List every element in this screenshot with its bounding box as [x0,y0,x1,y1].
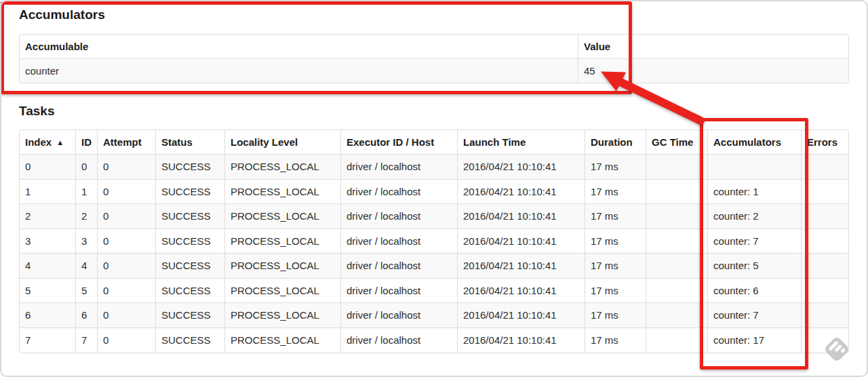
cell-index: 4 [20,254,76,279]
cell-locality_level: PROCESS_LOCAL [225,180,341,205]
cell-duration: 17 ms [585,254,646,279]
tasks-section-title: Tasks [19,104,54,119]
cell-executor_id_host: driver / localhost [341,328,458,353]
cell-attempt: 0 [98,303,156,328]
cell-executor_id_host: driver / localhost [341,155,458,180]
table-row: 770SUCCESSPROCESS_LOCALdriver / localhos… [20,328,848,353]
cell-gc_time [646,303,708,328]
cell-duration: 17 ms [585,204,646,229]
column-header-label: Launch Time [463,136,526,148]
cell-attempt: 0 [98,155,156,180]
cell-accumulators [708,155,802,180]
cell-status: SUCCESS [156,303,225,328]
cell-executor_id_host: driver / localhost [341,279,458,304]
cell-duration: 17 ms [585,328,646,353]
cell-accumulable: counter [20,59,578,83]
cell-errors [802,254,848,279]
accumulators-header-row: AccumulableValue [20,35,848,59]
cell-status: SUCCESS [156,328,225,353]
cell-id: 3 [76,229,98,254]
column-header-label: Duration [591,136,633,148]
cell-gc_time [646,180,708,205]
cell-errors [802,229,848,254]
cell-locality_level: PROCESS_LOCAL [225,328,341,353]
column-header-label: Value [584,41,610,52]
cell-gc_time [646,254,708,279]
cell-launch_time: 2016/04/21 10:10:41 [458,254,585,279]
cell-accumulators: counter: 6 [708,279,802,304]
column-header-accumulable[interactable]: Accumulable [20,35,578,59]
column-header-duration[interactable]: Duration [585,130,646,155]
cell-errors [802,328,848,353]
cell-gc_time [646,328,708,353]
cell-executor_id_host: driver / localhost [341,204,458,229]
cell-attempt: 0 [98,204,156,229]
cell-locality_level: PROCESS_LOCAL [225,254,341,279]
column-header-index[interactable]: Index▲ [20,130,76,155]
cell-gc_time [646,229,708,254]
cell-errors [802,279,848,304]
cell-duration: 17 ms [585,229,646,254]
cell-id: 0 [76,155,98,180]
cell-launch_time: 2016/04/21 10:10:41 [458,303,585,328]
column-header-label: Attempt [103,136,142,148]
cell-index: 0 [20,155,76,180]
cell-gc_time [646,204,708,229]
accumulators-table: AccumulableValue counter45 [19,34,849,83]
column-header-gc_time[interactable]: GC Time [646,130,708,155]
table-row: 550SUCCESSPROCESS_LOCALdriver / localhos… [20,279,848,304]
cell-gc_time [646,279,708,304]
cell-locality_level: PROCESS_LOCAL [225,303,341,328]
cell-index: 1 [20,180,76,205]
column-header-id[interactable]: ID [76,130,98,155]
cell-executor_id_host: driver / localhost [341,229,458,254]
cell-launch_time: 2016/04/21 10:10:41 [458,204,585,229]
cell-status: SUCCESS [156,279,225,304]
cell-locality_level: PROCESS_LOCAL [225,279,341,304]
cell-launch_time: 2016/04/21 10:10:41 [458,180,585,205]
column-header-locality_level[interactable]: Locality Level [225,130,341,155]
cell-id: 4 [76,254,98,279]
cell-launch_time: 2016/04/21 10:10:41 [458,328,585,353]
cell-locality_level: PROCESS_LOCAL [225,155,341,180]
column-header-errors[interactable]: Errors [802,130,848,155]
cell-id: 1 [76,180,98,205]
cell-launch_time: 2016/04/21 10:10:41 [458,155,585,180]
cell-status: SUCCESS [156,254,225,279]
cell-id: 5 [76,279,98,304]
cell-gc_time [646,155,708,180]
cell-duration: 17 ms [585,279,646,304]
table-row: 330SUCCESSPROCESS_LOCALdriver / localhos… [20,229,848,254]
column-header-launch_time[interactable]: Launch Time [458,130,585,155]
cell-id: 2 [76,204,98,229]
cell-index: 6 [20,303,76,328]
cell-executor_id_host: driver / localhost [341,180,458,205]
cell-launch_time: 2016/04/21 10:10:41 [458,279,585,304]
table-row: 440SUCCESSPROCESS_LOCALdriver / localhos… [20,254,848,279]
column-header-attempt[interactable]: Attempt [98,130,156,155]
cell-duration: 17 ms [585,155,646,180]
table-row: 220SUCCESSPROCESS_LOCALdriver / localhos… [20,204,848,229]
cell-duration: 17 ms [585,303,646,328]
table-row: 000SUCCESSPROCESS_LOCALdriver / localhos… [20,155,848,180]
cell-index: 5 [20,279,76,304]
column-header-accumulators[interactable]: Accumulators [708,130,802,155]
column-header-label: Locality Level [231,136,298,148]
cell-executor_id_host: driver / localhost [341,303,458,328]
cell-accumulators: counter: 17 [708,328,802,353]
column-header-executor_id_host[interactable]: Executor ID / Host [341,130,458,155]
accumulators-section-title: Accumulators [19,7,105,22]
cell-attempt: 0 [98,254,156,279]
cell-errors [802,303,848,328]
column-header-label: GC Time [652,136,693,148]
column-header-value[interactable]: Value [578,35,848,59]
column-header-label: Accumulators [713,136,781,148]
sort-ascending-icon: ▲ [56,138,64,146]
column-header-status[interactable]: Status [156,130,225,155]
cell-id: 6 [76,303,98,328]
column-header-label: Errors [807,136,837,148]
cell-launch_time: 2016/04/21 10:10:41 [458,229,585,254]
cell-errors [802,155,848,180]
cell-value: 45 [578,59,848,83]
cell-index: 2 [20,204,76,229]
